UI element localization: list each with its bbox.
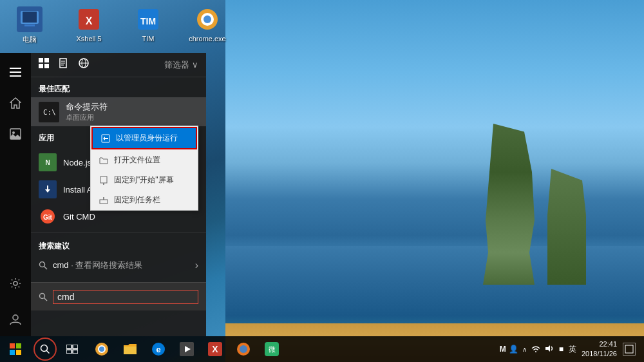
context-menu: 以管理员身份运行 打开文件位置 固定到"开始"屏幕 固定到任务栏 [90, 126, 198, 211]
desktop-icon-xshell[interactable]: X Xshell 5 [66, 6, 112, 44]
search-input[interactable] [57, 292, 194, 302]
context-run-as-admin[interactable]: 以管理员身份运行 [91, 127, 197, 149]
user-icon[interactable]: 👤 [509, 345, 518, 354]
search-arrow: › [195, 260, 198, 271]
svg-text:C:\: C:\ [43, 108, 56, 117]
svg-point-9 [204, 15, 211, 23]
svg-rect-50 [16, 350, 21, 355]
context-pin-start[interactable]: 固定到"开始"屏幕 [91, 170, 198, 190]
cmd-result[interactable]: C:\ 命令提示符 卓面应用 [31, 97, 206, 126]
svg-point-15 [12, 131, 15, 134]
cmd-title: 命令提示符 [66, 101, 108, 113]
computer-icon [17, 6, 43, 32]
svg-rect-60 [124, 347, 137, 354]
svg-rect-2 [23, 12, 37, 23]
top-icon-globe[interactable] [79, 58, 89, 71]
sidebar-hamburger[interactable] [0, 58, 31, 86]
svg-marker-13 [10, 98, 21, 108]
svg-rect-12 [10, 75, 21, 77]
wifi-icon[interactable] [531, 344, 541, 355]
svg-rect-1 [24, 24, 35, 26]
taskbar-app-xshell[interactable]: X [201, 336, 229, 362]
taskbar-app-media[interactable] [173, 336, 201, 362]
up-arrow[interactable]: ∧ [522, 346, 527, 353]
language-indicator[interactable]: 英 [566, 344, 579, 355]
system-clock[interactable]: 22:41 2018/11/26 [582, 339, 617, 359]
context-pin-taskbar-label: 固定到任务栏 [114, 195, 160, 205]
context-open-location[interactable]: 打开文件位置 [91, 150, 198, 170]
cmd-result-info: 命令提示符 卓面应用 [66, 101, 108, 122]
chrome-label: chrome.exe [189, 35, 225, 43]
svg-text:e: e [156, 345, 160, 354]
sidebar-photos[interactable] [0, 120, 31, 148]
rock2 [547, 169, 586, 285]
svg-marker-42 [103, 137, 108, 140]
start-button[interactable] [0, 336, 31, 362]
svg-rect-48 [16, 343, 21, 348]
filter-button[interactable]: 筛选器 ∨ [164, 59, 198, 71]
svg-text:X: X [86, 15, 93, 26]
svg-rect-56 [73, 350, 78, 354]
search-input-box [53, 290, 198, 304]
search-circle-button[interactable] [33, 338, 57, 361]
svg-marker-71 [545, 345, 550, 352]
xshell-icon: X [76, 6, 102, 32]
sidebar-home[interactable] [0, 89, 31, 117]
svg-rect-19 [39, 58, 43, 62]
git-icon: Git [39, 207, 57, 225]
sidebar-settings[interactable] [0, 269, 31, 298]
svg-text:微: 微 [269, 345, 276, 353]
svg-rect-47 [10, 343, 15, 348]
svg-rect-72 [625, 345, 633, 353]
cmd-icon: C:\ [39, 102, 59, 122]
taskbar-apps: e X 微 [85, 336, 495, 362]
svg-rect-49 [10, 350, 15, 355]
notification-button[interactable] [620, 339, 639, 359]
svg-rect-55 [66, 350, 71, 354]
svg-rect-22 [44, 64, 49, 68]
context-pin-taskbar[interactable]: 固定到任务栏 [91, 190, 198, 210]
svg-point-68 [240, 345, 247, 353]
search-suggestion-label: 搜索建议 [39, 238, 198, 254]
svg-rect-43 [100, 176, 107, 183]
svg-rect-45 [100, 200, 108, 204]
svg-point-17 [14, 281, 17, 285]
svg-text:TIM: TIM [140, 16, 156, 26]
task-view-button[interactable] [59, 336, 85, 362]
best-match-label: 最佳匹配 [31, 77, 206, 97]
xshell-label: Xshell 5 [76, 35, 101, 43]
run-admin-icon [100, 133, 111, 144]
volume-icon[interactable] [545, 344, 555, 355]
svg-point-39 [40, 293, 45, 298]
taskbar-app-chrome[interactable] [88, 336, 116, 362]
desktop-icons: 电脑 X Xshell 5 TIM TIM [0, 0, 237, 51]
svg-rect-11 [10, 71, 21, 73]
context-location-label: 打开文件位置 [114, 155, 160, 166]
pin-start-icon [99, 175, 109, 186]
context-run-label: 以管理员身份运行 [116, 133, 178, 144]
nodejs-icon: N [39, 153, 57, 171]
taskbar-app-edge[interactable]: e [144, 336, 173, 362]
notif-box [623, 343, 636, 356]
taskbar-system-icons: 👤 ∧ ■ [509, 344, 564, 355]
desktop-icon-row: 电脑 X Xshell 5 TIM TIM [6, 6, 231, 44]
app-git-label: Git CMD [63, 212, 95, 222]
desktop-icon-computer[interactable]: 电脑 [6, 6, 53, 44]
svg-text:X: X [212, 344, 218, 354]
taskbar-right: M 👤 ∧ ■ 英 22:41 2018/11/26 [495, 339, 644, 359]
top-icon-grid[interactable] [39, 58, 49, 71]
taskbar-app-wechat[interactable]: 微 [258, 336, 286, 362]
top-icon-doc[interactable] [59, 58, 68, 71]
taskbar: e X 微 M 👤 ∧ [0, 336, 644, 362]
rock1 [483, 124, 535, 285]
search-suggestion-item[interactable]: cmd · 查看网络搜索结果 › [39, 254, 198, 276]
svg-point-59 [99, 347, 104, 352]
search-bar [31, 282, 206, 310]
taskbar-app-explorer[interactable] [116, 336, 144, 362]
desktop-icon-tim[interactable]: TIM TIM [125, 6, 171, 44]
sidebar-user[interactable] [0, 305, 31, 334]
desktop-icon-chrome[interactable]: chrome.exe [184, 6, 231, 44]
open-folder-icon [99, 155, 109, 166]
m-badge: M [500, 345, 506, 354]
taskbar-app-firefox[interactable] [229, 336, 258, 362]
